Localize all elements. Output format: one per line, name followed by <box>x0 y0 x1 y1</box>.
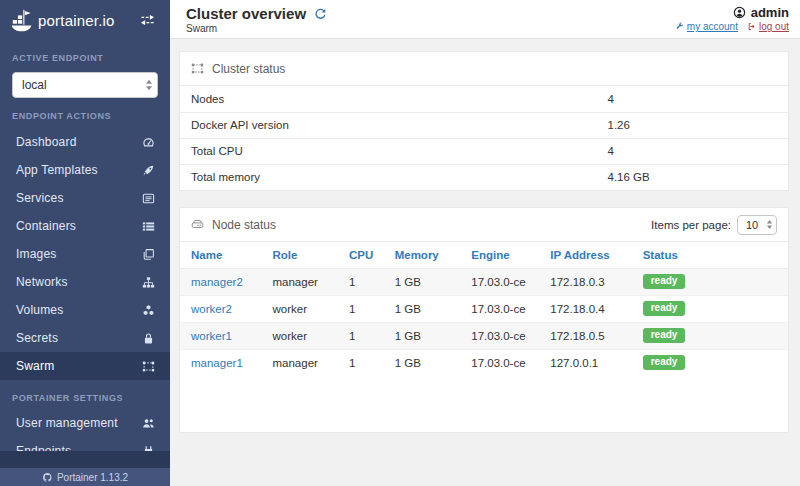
sidebar-item-label: Swarm <box>16 359 54 373</box>
stat-value: 4.16 GB <box>596 164 788 190</box>
cell-role: manager <box>261 349 338 376</box>
images-icon <box>142 248 155 261</box>
cell-role: worker <box>261 295 338 322</box>
cell-memory: 1 GB <box>384 349 461 376</box>
sidebar-item-volumes[interactable]: Volumes <box>0 296 170 324</box>
cell-engine: 17.03.0-ce <box>460 295 539 322</box>
cell-name: worker2 <box>180 295 261 322</box>
table-row: Docker API version1.26 <box>180 112 788 138</box>
cluster-status-panel: Cluster status Nodes4Docker API version1… <box>179 51 789 191</box>
node-table-header-row: NameRoleCPUMemoryEngineIP AddressStatus <box>180 242 788 268</box>
node-name-link[interactable]: worker1 <box>191 330 232 342</box>
status-badge: ready <box>643 328 686 343</box>
node-name-link[interactable]: manager2 <box>191 276 243 288</box>
endpoint-select-value: local <box>22 78 47 92</box>
cell-status: ready <box>632 295 788 322</box>
table-row: Nodes4 <box>180 86 788 112</box>
portainer-settings-label: PORTAINER SETTINGS <box>0 393 170 403</box>
select-spinner-icon <box>766 219 773 230</box>
sidebar-item-networks[interactable]: Networks <box>0 268 170 296</box>
cell-role: manager <box>261 268 338 295</box>
app-window: portainer.io ACTIVE ENDPOINT local ENDPO… <box>0 0 800 486</box>
cell-cpu: 1 <box>338 349 384 376</box>
sidebar-item-label: Images <box>16 247 57 261</box>
log-out-link[interactable]: log out <box>747 21 789 32</box>
column-header-ip-address[interactable]: IP Address <box>539 242 631 268</box>
table-row: Total memory4.16 GB <box>180 164 788 190</box>
endpoint-select[interactable]: local <box>12 72 158 98</box>
version-text: Portainer 1.13.2 <box>57 472 128 483</box>
status-badge: ready <box>643 301 686 316</box>
column-header-cpu[interactable]: CPU <box>338 242 384 268</box>
node-status-header: Node status Items per page: 10 <box>180 208 788 242</box>
column-header-role[interactable]: Role <box>261 242 338 268</box>
sidebar-item-containers[interactable]: Containers <box>0 212 170 240</box>
node-name-link[interactable]: manager1 <box>191 357 243 369</box>
sidebar-item-app-templates[interactable]: App Templates <box>0 156 170 184</box>
logo-text: portainer.io <box>38 12 115 29</box>
breadcrumb: Swarm <box>186 23 327 34</box>
node-name-link[interactable]: worker2 <box>191 303 232 315</box>
user-menu[interactable]: admin <box>675 5 789 20</box>
column-header-engine[interactable]: Engine <box>460 242 539 268</box>
items-per-page-label: Items per page: <box>651 219 731 231</box>
node-status-table: NameRoleCPUMemoryEngineIP AddressStatus … <box>180 242 788 376</box>
swarm-icon <box>142 360 155 373</box>
my-account-link[interactable]: my account <box>675 21 738 32</box>
list-icon <box>142 192 155 205</box>
table-row: manager2manager11 GB17.03.0-ce172.18.0.3… <box>180 268 788 295</box>
sidebar-footer[interactable]: Portainer 1.13.2 <box>0 468 170 486</box>
user-circle-icon <box>733 6 746 19</box>
sidebar-item-label: Networks <box>16 275 68 289</box>
panel-spacer <box>180 376 788 432</box>
cluster-status-header: Cluster status <box>180 52 788 86</box>
refresh-icon[interactable] <box>314 7 327 20</box>
main-header: Cluster overview Swarm adm <box>170 0 800 39</box>
users-icon <box>142 417 155 430</box>
cluster-status-rows: Nodes4Docker API version1.26Total CPU4To… <box>180 86 788 190</box>
table-row: worker2worker11 GB17.03.0-ce172.18.0.4re… <box>180 295 788 322</box>
status-badge: ready <box>643 355 686 370</box>
lock-icon <box>142 332 155 345</box>
page-title: Cluster overview <box>186 5 306 22</box>
column-header-status[interactable]: Status <box>632 242 788 268</box>
cell-memory: 1 GB <box>384 322 461 349</box>
cell-cpu: 1 <box>338 268 384 295</box>
sidebar-toggle-arrows-icon[interactable] <box>139 14 156 26</box>
stat-label: Total memory <box>180 164 596 190</box>
github-octocat-icon <box>42 472 53 483</box>
sidebar-item-user-management[interactable]: User management <box>0 409 170 437</box>
cell-ip: 172.18.0.3 <box>539 268 631 295</box>
logo-row[interactable]: portainer.io <box>0 0 170 40</box>
sign-out-icon <box>747 22 756 31</box>
items-per-page-select[interactable]: 10 <box>737 215 777 235</box>
column-header-name[interactable]: Name <box>180 242 261 268</box>
cell-status: ready <box>632 349 788 376</box>
node-status-title: Node status <box>212 218 276 232</box>
cell-status: ready <box>632 322 788 349</box>
sidebar-item-images[interactable]: Images <box>0 240 170 268</box>
sidebar-menu: DashboardApp TemplatesServicesContainers… <box>0 128 170 380</box>
my-account-label: my account <box>687 21 738 32</box>
cell-cpu: 1 <box>338 322 384 349</box>
cell-ip: 172.18.0.5 <box>539 322 631 349</box>
log-out-label: log out <box>759 21 789 32</box>
tachometer-icon <box>142 136 155 149</box>
containers-icon <box>142 220 155 233</box>
sidebar-item-swarm[interactable]: Swarm <box>0 352 170 380</box>
stat-value: 4 <box>596 86 788 112</box>
select-spinner-icon <box>145 79 153 91</box>
wrench-icon <box>675 22 684 31</box>
column-header-memory[interactable]: Memory <box>384 242 461 268</box>
sidebar-item-label: Containers <box>16 219 76 233</box>
sidebar-item-secrets[interactable]: Secrets <box>0 324 170 352</box>
sidebar-item-partial <box>0 451 170 468</box>
portainer-whale-icon <box>10 8 34 32</box>
content: Cluster status Nodes4Docker API version1… <box>170 39 800 486</box>
cubes-icon <box>142 304 155 317</box>
active-endpoint-label: ACTIVE ENDPOINT <box>0 53 170 63</box>
endpoint-actions-label: ENDPOINT ACTIONS <box>0 111 170 121</box>
stat-value: 1.26 <box>596 112 788 138</box>
sidebar-item-services[interactable]: Services <box>0 184 170 212</box>
sidebar-item-dashboard[interactable]: Dashboard <box>0 128 170 156</box>
